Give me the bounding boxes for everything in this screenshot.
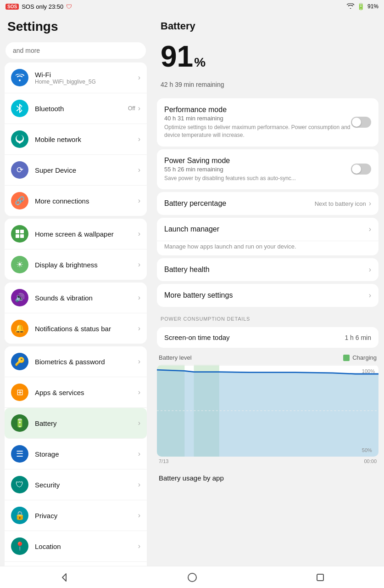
battery-level-label: Battery level bbox=[159, 354, 192, 361]
bluetooth-icon bbox=[11, 100, 28, 117]
battery-usage-by-app: Battery usage by app bbox=[151, 469, 384, 484]
chevron-right-icon: › bbox=[138, 481, 140, 489]
main-container: Settings and more Wi-Fi Home_WiFi_biggli… bbox=[0, 13, 384, 566]
chart-x-start: 7/13 bbox=[159, 458, 168, 464]
sidebar-item-security[interactable]: 🛡 Security › bbox=[5, 469, 147, 500]
launch-manager-desc: Manage how apps launch and run on your d… bbox=[157, 241, 378, 255]
battery-big-number: 91 bbox=[161, 40, 193, 74]
chevron-right-icon: › bbox=[138, 230, 140, 238]
home-button[interactable] bbox=[185, 570, 200, 585]
sidebar-item-mobile-network[interactable]: Mobile network › bbox=[5, 124, 147, 155]
sos-badge: SOS bbox=[6, 4, 19, 10]
performance-mode-toggle[interactable] bbox=[351, 117, 371, 128]
sidebar-group-main: 🔑 Biometrics & password › ⊞ Apps & servi… bbox=[5, 346, 147, 566]
recent-apps-button[interactable] bbox=[313, 570, 328, 585]
biometrics-icon: 🔑 bbox=[11, 353, 28, 370]
chevron-right-icon: › bbox=[138, 450, 140, 458]
back-button[interactable] bbox=[57, 570, 72, 585]
battery-percentage-display: 91 % bbox=[151, 36, 384, 81]
svg-marker-6 bbox=[157, 370, 378, 457]
wifi-icon bbox=[347, 3, 354, 10]
status-left: SOS SOS only 23:50 🛡 bbox=[6, 3, 72, 10]
super-device-icon: ⟳ bbox=[11, 161, 28, 179]
performance-mode-sub: 40 h 31 min remaining bbox=[164, 115, 351, 122]
power-saving-toggle[interactable] bbox=[351, 164, 371, 175]
sidebar-group-connectivity: Wi-Fi Home_WiFi_bigglive_5G › Bluetooth … bbox=[5, 62, 147, 216]
apps-icon: ⊞ bbox=[11, 384, 28, 401]
power-saving-row[interactable]: Power Saving mode 55 h 26 min remaining … bbox=[157, 149, 378, 190]
display-label: Display & brightness bbox=[35, 261, 138, 269]
sidebar-item-storage[interactable]: ☰ Storage › bbox=[5, 439, 147, 469]
home-screen-label: Home screen & wallpaper bbox=[35, 230, 138, 238]
sidebar-item-display[interactable]: ☀ Display & brightness › bbox=[5, 249, 147, 280]
launch-manager-card: Launch manager › Manage how apps launch … bbox=[157, 218, 378, 255]
status-right: 🔋 91% bbox=[347, 3, 378, 10]
chevron-right-icon: › bbox=[138, 388, 140, 396]
sidebar: Settings and more Wi-Fi Home_WiFi_biggli… bbox=[0, 13, 151, 566]
status-time: SOS only 23:50 bbox=[22, 3, 63, 10]
sidebar-item-digital-balance[interactable]: ⏱ Digital balance › bbox=[5, 562, 147, 566]
search-bar[interactable]: and more bbox=[6, 42, 146, 59]
wifi-sub: Home_WiFi_bigglive_5G bbox=[35, 79, 138, 85]
sidebar-item-sounds[interactable]: 🔊 Sounds & vibration › bbox=[5, 283, 147, 313]
chevron-right-icon: › bbox=[369, 199, 371, 208]
chart-legend: Battery level Charging bbox=[157, 351, 378, 365]
launch-manager-row[interactable]: Launch manager › bbox=[157, 218, 378, 241]
performance-mode-row[interactable]: Performance mode 40 h 31 min remaining O… bbox=[157, 98, 378, 147]
power-consumption-section-label: POWER CONSUMPTION DETAILS bbox=[151, 310, 384, 324]
sidebar-item-more-connections[interactable]: 🔗 More connections › bbox=[5, 186, 147, 216]
battery-chart: 100% 50% bbox=[157, 365, 378, 457]
svg-rect-1 bbox=[20, 230, 24, 233]
chevron-right-icon: › bbox=[138, 166, 140, 174]
chevron-right-icon: › bbox=[138, 135, 140, 143]
more-connections-icon: 🔗 bbox=[11, 192, 28, 209]
power-saving-title: Power Saving mode bbox=[164, 157, 351, 165]
location-icon: 📍 bbox=[11, 537, 28, 555]
battery-chart-container: Battery level Charging bbox=[151, 351, 384, 469]
chevron-right-icon: › bbox=[138, 104, 140, 113]
wifi-icon bbox=[11, 69, 28, 86]
sidebar-group-sound: 🔊 Sounds & vibration › 🔔 Notifications &… bbox=[5, 283, 147, 344]
sounds-label: Sounds & vibration bbox=[35, 294, 138, 302]
sounds-icon: 🔊 bbox=[11, 289, 28, 306]
chevron-right-icon: › bbox=[138, 74, 140, 82]
svg-rect-2 bbox=[16, 234, 19, 238]
sidebar-item-home-screen[interactable]: Home screen & wallpaper › bbox=[5, 219, 147, 249]
battery-percentage-row[interactable]: Battery percentage Next to battery icon … bbox=[157, 192, 378, 215]
screen-on-time-card: Screen-on time today 1 h 6 min bbox=[157, 327, 378, 348]
mobile-network-icon bbox=[11, 130, 28, 148]
status-bar: SOS SOS only 23:50 🛡 🔋 91% bbox=[0, 0, 384, 13]
sidebar-item-location[interactable]: 📍 Location › bbox=[5, 531, 147, 562]
sidebar-group-display: Home screen & wallpaper › ☀ Display & br… bbox=[5, 219, 147, 280]
bluetooth-label: Bluetooth bbox=[35, 105, 128, 113]
sidebar-item-wifi[interactable]: Wi-Fi Home_WiFi_bigglive_5G › bbox=[5, 62, 147, 93]
performance-mode-desc: Optimize settings to deliver maximum per… bbox=[164, 124, 351, 139]
sidebar-item-biometrics[interactable]: 🔑 Biometrics & password › bbox=[5, 346, 147, 377]
wifi-label: Wi-Fi bbox=[35, 71, 138, 79]
more-battery-settings-title: More battery settings bbox=[164, 291, 369, 300]
more-battery-settings-row[interactable]: More battery settings › bbox=[157, 284, 378, 307]
sidebar-title: Settings bbox=[7, 19, 144, 34]
battery-label: Battery bbox=[35, 419, 138, 427]
sidebar-item-bluetooth[interactable]: Bluetooth Off › bbox=[5, 93, 147, 124]
chevron-right-icon: › bbox=[138, 294, 140, 302]
location-label: Location bbox=[35, 543, 138, 550]
sidebar-item-apps[interactable]: ⊞ Apps & services › bbox=[5, 377, 147, 408]
battery-health-card: Battery health › bbox=[157, 258, 378, 281]
sidebar-item-super-device[interactable]: ⟳ Super Device › bbox=[5, 155, 147, 186]
battery-percentage-card: Battery percentage Next to battery icon … bbox=[157, 192, 378, 215]
apps-label: Apps & services bbox=[35, 389, 138, 396]
svg-rect-0 bbox=[16, 230, 19, 233]
svg-rect-11 bbox=[317, 574, 323, 581]
sidebar-item-notifications[interactable]: 🔔 Notifications & status bar › bbox=[5, 313, 147, 344]
chevron-right-icon: › bbox=[369, 225, 371, 233]
sidebar-item-battery[interactable]: 🔋 Battery › bbox=[5, 408, 147, 439]
sidebar-item-privacy[interactable]: 🔒 Privacy › bbox=[5, 500, 147, 531]
storage-label: Storage bbox=[35, 450, 138, 458]
more-connections-label: More connections bbox=[35, 197, 138, 205]
chevron-right-icon: › bbox=[138, 324, 140, 333]
bluetooth-status: Off bbox=[128, 105, 135, 112]
battery-health-row[interactable]: Battery health › bbox=[157, 258, 378, 281]
notifications-label: Notifications & status bar bbox=[35, 325, 138, 333]
chart-y-labels: 100% 50% bbox=[362, 365, 375, 457]
